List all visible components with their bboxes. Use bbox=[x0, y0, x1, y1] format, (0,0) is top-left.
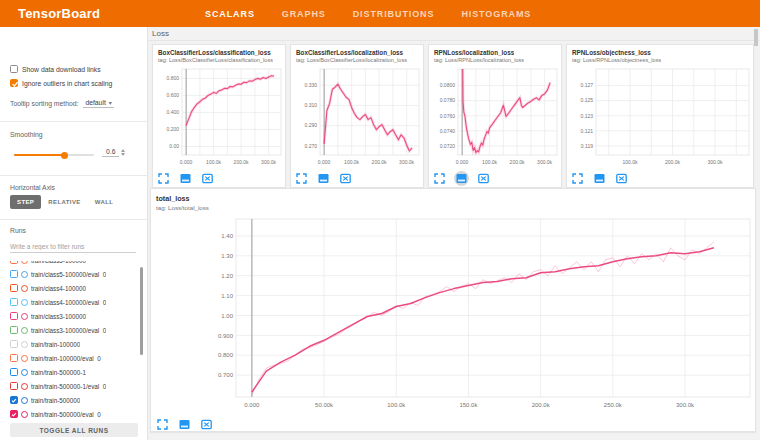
fit-domain-icon[interactable] bbox=[338, 171, 353, 186]
ignore-outliers-row[interactable]: Ignore outliers in chart scaling bbox=[10, 79, 112, 87]
svg-text:0.000: 0.000 bbox=[318, 159, 331, 165]
chart-plot[interactable]: 0.7000.8000.9001.001.101.201.301.400.000… bbox=[152, 217, 756, 417]
smoothing-value-input[interactable]: 0.6 bbox=[102, 148, 119, 157]
svg-text:200.0k: 200.0k bbox=[234, 159, 250, 165]
run-isolator-toggle[interactable] bbox=[21, 327, 28, 334]
tab-histograms[interactable]: HISTOGRAMS bbox=[461, 9, 531, 19]
run-checkbox[interactable] bbox=[10, 340, 18, 348]
pin-icon[interactable] bbox=[178, 171, 193, 186]
svg-text:150.0k: 150.0k bbox=[459, 402, 478, 408]
smoothing-stepper[interactable] bbox=[121, 149, 125, 156]
expand-icon[interactable] bbox=[570, 171, 585, 186]
run-row[interactable]: train/class5-100000/eval_0 bbox=[0, 267, 142, 281]
chart-tag: tag: Loss/RPNLoss/objectness_loss bbox=[572, 57, 661, 63]
svg-text:1.30: 1.30 bbox=[221, 253, 233, 259]
chart-title: BoxClassifierLoss/classification_loss bbox=[158, 49, 271, 56]
run-checkbox[interactable] bbox=[10, 298, 18, 306]
run-row[interactable]: train/class4-100000/eval_0 bbox=[0, 295, 142, 309]
smoothing-slider[interactable] bbox=[14, 154, 94, 156]
chart-plot[interactable]: 0.000.2000.4000.6000.8000.000100.0k200.0… bbox=[154, 67, 284, 171]
fit-domain-icon[interactable] bbox=[200, 171, 215, 186]
tooltip-sorting-select[interactable]: default ▾ bbox=[83, 99, 113, 108]
tooltip-sorting-row: Tooltip sorting method: default ▾ bbox=[10, 99, 114, 108]
main-scrollbar[interactable] bbox=[754, 29, 758, 46]
run-checkbox[interactable] bbox=[10, 396, 18, 404]
expand-icon[interactable] bbox=[432, 171, 447, 186]
run-isolator-toggle[interactable] bbox=[21, 383, 28, 390]
fit-domain-icon[interactable] bbox=[199, 417, 214, 432]
run-isolator-toggle[interactable] bbox=[21, 271, 28, 278]
axis-relative-button[interactable]: RELATIVE bbox=[41, 195, 87, 209]
chart-plot[interactable]: 0.2700.2900.3100.3300.000100.0k200.0k300… bbox=[292, 67, 422, 171]
show-download-links-row[interactable]: Show data download links bbox=[10, 65, 101, 73]
nav-tabs: SCALARS GRAPHS DISTRIBUTIONS HISTOGRAMS bbox=[205, 9, 531, 19]
run-checkbox[interactable] bbox=[10, 354, 18, 362]
run-row[interactable]: train/class4-100000 bbox=[0, 281, 142, 295]
run-checkbox[interactable] bbox=[10, 312, 18, 320]
run-row[interactable]: train/class3-100000/eval_0 bbox=[0, 323, 142, 337]
run-isolator-toggle[interactable] bbox=[21, 313, 28, 320]
run-isolator-toggle[interactable] bbox=[21, 397, 28, 404]
run-row[interactable]: train/train-500000 bbox=[0, 393, 142, 407]
fit-domain-icon[interactable] bbox=[476, 171, 491, 186]
svg-text:100.0k: 100.0k bbox=[387, 402, 406, 408]
axis-wall-button[interactable]: WALL bbox=[88, 195, 121, 209]
stepper-down-icon[interactable] bbox=[121, 153, 125, 156]
runs-filter-input[interactable] bbox=[10, 241, 136, 253]
pin-icon[interactable] bbox=[177, 417, 192, 432]
show-download-links-label: Show data download links bbox=[22, 66, 101, 73]
smoothing-slider-thumb[interactable] bbox=[61, 152, 68, 159]
toggle-all-runs-button[interactable]: TOGGLE ALL RUNS bbox=[10, 423, 138, 437]
run-checkbox[interactable] bbox=[10, 410, 18, 418]
svg-text:0.119: 0.119 bbox=[581, 143, 593, 149]
run-row[interactable]: train/train-500000-1 bbox=[0, 365, 142, 379]
run-isolator-toggle[interactable] bbox=[21, 299, 28, 306]
svg-text:200.0k: 200.0k bbox=[372, 159, 388, 165]
tensorboard-app: TensorBoard SCALARS GRAPHS DISTRIBUTIONS… bbox=[0, 0, 760, 440]
svg-text:0.000: 0.000 bbox=[244, 402, 260, 408]
tooltip-sorting-label: Tooltip sorting method: bbox=[10, 100, 78, 107]
tab-distributions[interactable]: DISTRIBUTIONS bbox=[353, 9, 435, 19]
chart-plot[interactable]: 0.1190.1210.1230.1250.127100.0k200.0k300… bbox=[568, 67, 752, 171]
run-row[interactable]: train/train-500000/eval_0 bbox=[0, 407, 142, 419]
run-checkbox[interactable] bbox=[10, 270, 18, 278]
run-isolator-toggle[interactable] bbox=[21, 369, 28, 376]
loss-group-header[interactable]: Loss bbox=[152, 29, 169, 38]
pin-icon[interactable] bbox=[316, 171, 331, 186]
run-row[interactable]: train/train-100000 bbox=[0, 337, 142, 351]
run-isolator-toggle[interactable] bbox=[21, 411, 28, 418]
smoothing-value-box: 0.6 bbox=[102, 148, 125, 157]
expand-icon[interactable] bbox=[156, 171, 171, 186]
run-isolator-toggle[interactable] bbox=[21, 341, 28, 348]
svg-text:0.270: 0.270 bbox=[304, 143, 317, 149]
fit-domain-icon[interactable] bbox=[614, 171, 629, 186]
chart-plot[interactable]: 0.07200.07400.07600.07800.08000.000100.0… bbox=[430, 67, 560, 171]
pin-icon[interactable] bbox=[592, 171, 607, 186]
run-row[interactable]: train/train-100000/eval_0 bbox=[0, 351, 142, 365]
show-download-links-checkbox[interactable] bbox=[10, 65, 18, 73]
pin-icon[interactable] bbox=[454, 171, 469, 186]
svg-text:0.0720: 0.0720 bbox=[440, 143, 456, 149]
run-row[interactable]: train/train-500000-1/eval_0 bbox=[0, 379, 142, 393]
run-isolator-toggle[interactable] bbox=[21, 355, 28, 362]
svg-text:300.0k: 300.0k bbox=[537, 159, 553, 165]
run-isolator-toggle[interactable] bbox=[21, 285, 28, 292]
run-checkbox[interactable] bbox=[10, 284, 18, 292]
runs-list-scrollbar[interactable] bbox=[140, 267, 143, 355]
expand-icon[interactable] bbox=[155, 417, 170, 432]
run-checkbox[interactable] bbox=[10, 368, 18, 376]
axis-step-button[interactable]: STEP bbox=[10, 195, 41, 209]
smoothing-slider-fill bbox=[14, 154, 64, 156]
tab-graphs[interactable]: GRAPHS bbox=[282, 9, 326, 19]
ignore-outliers-checkbox[interactable] bbox=[10, 79, 18, 87]
run-row[interactable]: train/class3-100000 bbox=[0, 309, 142, 323]
stepper-up-icon[interactable] bbox=[121, 149, 125, 152]
tab-scalars[interactable]: SCALARS bbox=[205, 9, 255, 19]
chart-title: BoxClassifierLoss/localization_loss bbox=[296, 49, 403, 56]
run-checkbox[interactable] bbox=[10, 382, 18, 390]
run-isolator-toggle[interactable] bbox=[21, 261, 28, 264]
run-checkbox[interactable] bbox=[10, 261, 18, 264]
divider bbox=[0, 121, 148, 122]
expand-icon[interactable] bbox=[294, 171, 309, 186]
run-checkbox[interactable] bbox=[10, 326, 18, 334]
